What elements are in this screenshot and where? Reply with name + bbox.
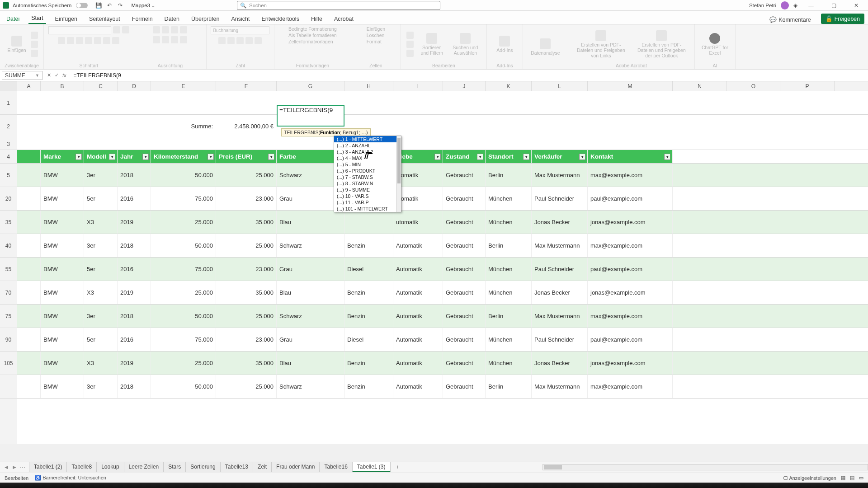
- cell[interactable]: 35.000: [216, 352, 277, 375]
- intellisense-item[interactable]: (...) 2 - ANZAHL: [334, 142, 401, 149]
- col-O[interactable]: O: [727, 81, 780, 91]
- close-button[interactable]: ✕: [847, 2, 865, 9]
- cells-area[interactable]: Summe: 2.458.000,00 € Marke▾ Modell▾ Jah…: [17, 91, 868, 444]
- cell[interactable]: 25.000: [216, 375, 277, 398]
- intellisense-item[interactable]: (...) 10 - VAR.S: [334, 193, 401, 199]
- table-row[interactable]: BMW5er201675.00023.000GrauDieselAutomati…: [17, 328, 868, 352]
- redo-icon[interactable]: ↷: [117, 2, 124, 9]
- display-settings-button[interactable]: 🖵 Anzeigeeinstellungen: [783, 475, 836, 481]
- formula-input[interactable]: =TEILERGEBNIS(9: [71, 72, 868, 79]
- tab-view[interactable]: Ansicht: [229, 14, 253, 24]
- sheet-tab[interactable]: Sortierung: [185, 462, 220, 472]
- cell[interactable]: Schwarz: [277, 234, 344, 257]
- sheet-tab[interactable]: Tabelle8: [66, 462, 97, 472]
- cell[interactable]: Automatik: [393, 281, 443, 304]
- sheet-tab[interactable]: Tabelle16: [319, 462, 352, 472]
- accessibility-status[interactable]: ♿ Barrierefreiheit: Untersuchen: [35, 475, 106, 481]
- col-G[interactable]: G: [277, 81, 344, 91]
- cell[interactable]: 23.000: [216, 258, 277, 281]
- sheet-nav-prev-icon[interactable]: ◄: [4, 464, 9, 470]
- search-input[interactable]: 🔍 Suchen: [237, 1, 440, 10]
- cell[interactable]: Automatik: [393, 375, 443, 398]
- cell[interactable]: Benzin: [344, 234, 393, 257]
- fill-icon[interactable]: [406, 41, 414, 48]
- user-avatar-icon[interactable]: [781, 1, 789, 9]
- paste-button[interactable]: Einfügen: [5, 35, 28, 54]
- sheet-tab[interactable]: Frau oder Mann: [271, 462, 320, 472]
- sum-value[interactable]: 2.458.000,00 €: [216, 115, 277, 138]
- cell[interactable]: jonas@example.com: [588, 211, 673, 234]
- cell[interactable]: 5er: [84, 187, 118, 210]
- col-L[interactable]: L: [532, 81, 588, 91]
- row-2[interactable]: Summe: 2.458.000,00 €: [17, 115, 868, 138]
- sum-label[interactable]: Summe:: [151, 115, 216, 138]
- cell[interactable]: max@example.com: [588, 375, 673, 398]
- acrobat-b-button[interactable]: Erstellen von PDF-Dateien und Freigeben …: [632, 29, 690, 59]
- sheet-nav-next-icon[interactable]: ►: [12, 464, 17, 470]
- row-label[interactable]: 1: [0, 91, 17, 115]
- row-label[interactable]: 40: [0, 234, 17, 258]
- col-F[interactable]: F: [216, 81, 277, 91]
- new-sheet-button[interactable]: ＋: [390, 463, 405, 471]
- cell[interactable]: [17, 305, 41, 328]
- horizontal-scrollbar[interactable]: [542, 464, 868, 470]
- save-icon[interactable]: 💾: [95, 2, 102, 9]
- comments-button[interactable]: 💬 Kommentare: [766, 15, 815, 24]
- sheet-tab[interactable]: Zeit: [253, 462, 272, 472]
- cell[interactable]: [17, 234, 41, 257]
- cell[interactable]: Paul Schneider: [532, 187, 588, 210]
- cell[interactable]: Jonas Becker: [532, 281, 588, 304]
- cell[interactable]: 23.000: [216, 187, 277, 210]
- intellisense-scrollbar[interactable]: [396, 136, 401, 212]
- tab-insert[interactable]: Einfügen: [52, 14, 80, 24]
- cell[interactable]: Benzin: [344, 305, 393, 328]
- cell[interactable]: [17, 352, 41, 375]
- cell[interactable]: Diesel: [344, 328, 393, 351]
- sheet-tab[interactable]: Leere Zeilen: [124, 462, 164, 472]
- cell[interactable]: [17, 375, 41, 398]
- cell[interactable]: 2018: [118, 305, 151, 328]
- cell[interactable]: [17, 211, 41, 234]
- cut-icon[interactable]: [31, 32, 38, 39]
- insert-cells-button[interactable]: Einfügen: [367, 26, 385, 32]
- col-I[interactable]: I: [393, 81, 443, 91]
- cell[interactable]: Automatik: [393, 328, 443, 351]
- cell[interactable]: 35.000: [216, 281, 277, 304]
- minimize-button[interactable]: —: [802, 3, 820, 8]
- cell[interactable]: Schwarz: [277, 305, 344, 328]
- tab-start[interactable]: Start: [28, 13, 46, 24]
- row-3[interactable]: [17, 138, 868, 150]
- cell[interactable]: BMW: [41, 164, 84, 187]
- cell-styles-button[interactable]: Zellenformatvorlagen: [288, 39, 333, 44]
- row-label[interactable]: 5: [0, 164, 17, 187]
- filter-icon[interactable]: ▾: [208, 154, 214, 160]
- cell[interactable]: 50.000: [151, 234, 216, 257]
- cell[interactable]: Diesel: [344, 258, 393, 281]
- cell[interactable]: 2016: [118, 258, 151, 281]
- col-C[interactable]: C: [84, 81, 118, 91]
- number-format-select[interactable]: Buchhaltung: [211, 26, 269, 34]
- cell[interactable]: 23.000: [216, 328, 277, 351]
- tab-review[interactable]: Überprüfen: [189, 14, 222, 24]
- acrobat-a-button[interactable]: Erstellen von PDF-Dateien und Freigeben …: [572, 29, 630, 59]
- share-button[interactable]: 🔓 Freigeben: [821, 14, 864, 24]
- cell[interactable]: Blau: [277, 281, 344, 304]
- cell[interactable]: Grau: [277, 328, 344, 351]
- cell[interactable]: Gebraucht: [443, 375, 486, 398]
- cell[interactable]: Benzin: [344, 352, 393, 375]
- cell[interactable]: Gebraucht: [443, 187, 486, 210]
- tab-developer[interactable]: Entwicklertools: [259, 14, 302, 24]
- cell[interactable]: München: [486, 258, 532, 281]
- hdr-zustand[interactable]: Zustand▾: [443, 150, 486, 163]
- row-label[interactable]: 70: [0, 281, 17, 305]
- namebox-chevron-icon[interactable]: ▼: [35, 73, 39, 78]
- cell[interactable]: 2019: [118, 352, 151, 375]
- cell[interactable]: X3: [84, 211, 118, 234]
- cell[interactable]: 2018: [118, 375, 151, 398]
- filter-icon[interactable]: ▾: [75, 154, 82, 160]
- col-E[interactable]: E: [151, 81, 216, 91]
- format-as-table-button[interactable]: Als Tabelle formatieren: [288, 33, 337, 38]
- tab-help[interactable]: Hilfe: [308, 14, 325, 24]
- cell[interactable]: Automatik: [393, 234, 443, 257]
- cell[interactable]: 50.000: [151, 375, 216, 398]
